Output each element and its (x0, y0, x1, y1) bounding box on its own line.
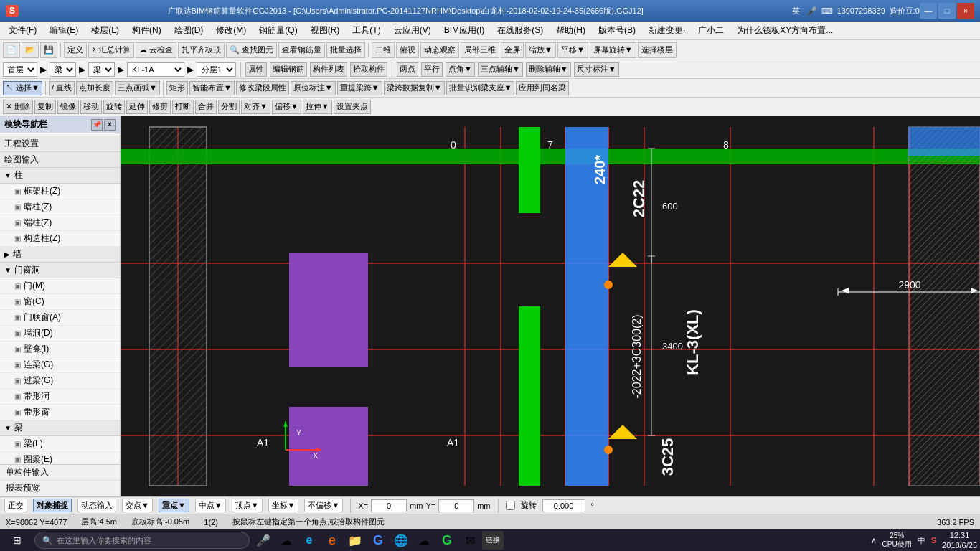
menu-item----n-[interactable]: 构件(N) (126, 23, 167, 38)
menu-item----h-[interactable]: 帮助(H) (550, 23, 591, 38)
cloud-check-button[interactable]: ☁ 云检查 (136, 42, 176, 58)
lang-selector[interactable]: 英· (792, 6, 802, 17)
vertex-snap-button[interactable]: 顶点▼ (232, 499, 263, 512)
nav-item-strip-window[interactable]: ▣ 带形窗 (0, 405, 120, 420)
door-window-section-header[interactable]: ▼ 门窗洞 (0, 263, 120, 278)
panel-close-button[interactable]: × (104, 119, 116, 131)
menu-item-----q-[interactable]: 钢筋量(Q) (253, 23, 303, 38)
angle-button[interactable]: 点角▼ (446, 62, 475, 77)
orthogonal-button[interactable]: 正交 (4, 499, 27, 512)
tray-antivirus-icon[interactable]: S (931, 536, 936, 545)
top-view-button[interactable]: 俯视 (396, 42, 419, 58)
pan-button[interactable]: 平移▼ (557, 42, 588, 58)
property-button[interactable]: 属性 (245, 62, 267, 77)
taskbar-link-icon[interactable]: 链接 (482, 531, 504, 550)
select-floor-button[interactable]: 选择楼层 (638, 42, 677, 58)
no-offset-button[interactable]: 不偏移▼ (304, 499, 343, 512)
nav-item-dark-column[interactable]: ▣ 暗柱(Z) (0, 199, 120, 215)
copy-button[interactable]: 复制 (34, 100, 56, 114)
break-button[interactable]: 打断 (172, 100, 194, 114)
report-preview-btn[interactable]: 报表预览 (0, 481, 120, 496)
batch-select-button[interactable]: 批量选择 (326, 42, 365, 58)
cad-canvas-area[interactable]: 2900 3400 600 KL-3(XL) 3C25 2C22 (121, 116, 980, 496)
rotate-checkbox[interactable] (506, 501, 515, 510)
delete-button[interactable]: ✕ 删除 (3, 100, 33, 114)
point-length-button[interactable]: 点加长度 (76, 81, 113, 95)
view-rebar-button[interactable]: 查看钢筋量 (278, 42, 325, 58)
single-member-input-btn[interactable]: 单构件输入 (0, 465, 120, 481)
pick-member-button[interactable]: 拾取构件 (350, 62, 387, 77)
tray-expand-icon[interactable]: ∧ (871, 536, 877, 545)
menu-item----d-[interactable]: 绘图(D) (169, 23, 209, 38)
zoom-button[interactable]: 缩放▼ (525, 42, 556, 58)
batch-id-button[interactable]: 批量识别梁支座▼ (446, 81, 515, 95)
taskbar-mic-icon[interactable]: 🎤 (253, 531, 274, 550)
level-button[interactable]: 扎平齐板顶 (178, 42, 225, 58)
mirror-button[interactable]: 镜像 (57, 100, 79, 114)
2d-button[interactable]: 二维 (372, 42, 395, 58)
menu-item------[interactable]: 新建变更· (643, 23, 691, 38)
menu-item------xy-------[interactable]: 为什么筏板XY方向布置... (731, 23, 839, 38)
rotate-screen-button[interactable]: 屏幕旋转▼ (590, 42, 636, 58)
column-section-header[interactable]: ▼ 柱 (0, 168, 120, 184)
define-button[interactable]: 定义 (64, 42, 87, 58)
maximize-button[interactable]: □ (938, 3, 956, 19)
align-button[interactable]: 对齐▼ (241, 100, 270, 114)
menu-item-----v-[interactable]: 云应用(V) (388, 23, 437, 38)
object-snap-button[interactable]: 对象捕捉 (33, 499, 72, 512)
in-situ-label-button[interactable]: 原位标注▼ (291, 81, 336, 95)
menu-item-bim---i-[interactable]: BIM应用(I) (438, 23, 491, 38)
account-text[interactable]: 13907298339 (837, 6, 885, 15)
taskbar-cloud2-icon[interactable]: ☁ (413, 531, 435, 550)
two-point-button[interactable]: 两点 (397, 62, 418, 77)
taskbar-mail-icon[interactable]: ✉ (459, 531, 481, 550)
nav-item-niche[interactable]: ▣ 壁龛(I) (0, 342, 120, 357)
menu-item----t-[interactable]: 工具(T) (347, 23, 386, 38)
trim-button[interactable]: 修剪 (149, 100, 171, 114)
taskbar-g2-icon[interactable]: G (436, 531, 458, 550)
nav-item-door-window[interactable]: ▣ 门联窗(A) (0, 310, 120, 326)
three-point-aux-button[interactable]: 三点辅轴▼ (478, 62, 523, 77)
nav-item-coupling-beam[interactable]: ▣ 连梁(G) (0, 357, 120, 373)
x-input[interactable] (371, 499, 407, 512)
copy-span-data-button[interactable]: 梁跨数据复制▼ (384, 81, 445, 95)
save-button[interactable]: 💾 (40, 42, 57, 58)
y-input[interactable] (438, 499, 474, 512)
start-button[interactable]: ⊞ (3, 531, 32, 550)
merge-button[interactable]: 合并 (195, 100, 217, 114)
menu-item------s-[interactable]: 在线服务(S) (491, 23, 549, 38)
nav-item-door[interactable]: ▣ 门(M) (0, 278, 120, 294)
extend-button[interactable]: 延伸 (126, 100, 148, 114)
taskbar-cloud-icon[interactable]: ☁ (275, 531, 297, 550)
member-list-button[interactable]: 构件列表 (310, 62, 347, 77)
menu-item----r-[interactable]: 视图(R) (305, 23, 346, 38)
arc-button[interactable]: 三点画弧▼ (115, 81, 160, 95)
offset-button[interactable]: 偏移▼ (272, 100, 301, 114)
search-bar[interactable]: 🔍 在这里输入你要搜索的内容 (34, 532, 250, 549)
open-button[interactable]: 📂 (22, 42, 39, 58)
rect-button[interactable]: 矩形 (166, 81, 188, 95)
move-button[interactable]: 移动 (80, 100, 102, 114)
member-type-select[interactable]: 梁 (50, 62, 76, 77)
rotate-input[interactable] (542, 499, 585, 512)
set-grip-button[interactable]: 设置夹点 (334, 100, 371, 114)
nav-item-overbeam[interactable]: ▣ 过梁(G) (0, 373, 120, 389)
smart-layout-button[interactable]: 智能布置▼ (189, 81, 235, 95)
menu-item----f-[interactable]: 文件(F) (3, 23, 42, 38)
parallel-button[interactable]: 平行 (421, 62, 443, 77)
fullscreen-button[interactable]: 全屏 (501, 42, 524, 58)
edit-rebar-button[interactable]: 编辑钢筋 (270, 62, 307, 77)
modify-seg-button[interactable]: 修改梁段属性 (236, 81, 289, 95)
menu-item----m-[interactable]: 修改(M) (210, 23, 252, 38)
engineering-settings-btn[interactable]: 工程设置 (0, 136, 120, 152)
taskbar-globe-icon[interactable]: 🌐 (390, 531, 412, 550)
taskbar-g-icon[interactable]: G (367, 531, 389, 550)
find-button[interactable]: 🔍 查找图元 (226, 42, 277, 58)
nav-item-construct-column[interactable]: ▣ 构造柱(Z) (0, 231, 120, 247)
nav-item-window[interactable]: ▣ 窗(C) (0, 294, 120, 310)
taskbar-ie-icon[interactable]: e (298, 531, 320, 550)
midpoint-snap-button[interactable]: 重点▼ (159, 499, 189, 512)
rotate-button[interactable]: 旋转 (103, 100, 125, 114)
nav-item-end-column[interactable]: ▣ 端柱(Z) (0, 215, 120, 231)
drawing-input-btn[interactable]: 绘图输入 (0, 152, 120, 168)
